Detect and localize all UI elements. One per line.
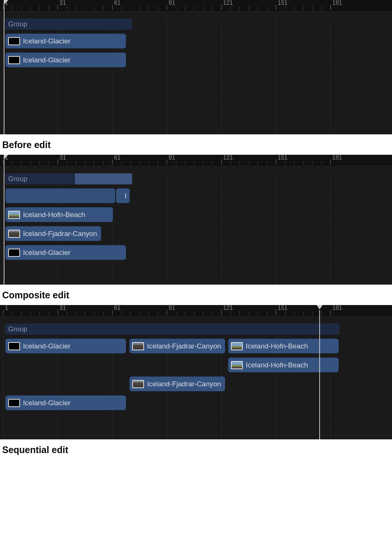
clip-label: Iceland-Hofn-Beach [23,211,85,219]
timeline-clip[interactable]: Iceland-Hofn-Beach [228,338,339,354]
ruler-tick-major [112,160,112,165]
ruler-label: 91 [169,155,175,161]
ruler-tick-minor [185,6,185,10]
ruler-tick-minor [39,161,40,165]
clip-label: Iceland-Glacier [23,37,71,45]
group-label: Group [8,325,27,333]
ruler-tick-minor [103,6,104,10]
ruler-tick-minor [121,6,122,10]
group-bar[interactable]: Group [5,19,132,30]
ruler-tick-major [3,160,3,165]
ruler-tick-minor [49,161,49,165]
ruler-tick-minor [321,311,322,315]
ruler-tick-minor [140,311,140,315]
ruler-tick-minor [203,6,203,10]
caption-before: Before edit [0,134,392,155]
timeline-clip[interactable]: Iceland-Fjadrar-Canyon [5,226,101,241]
clip-label: Iceland-Fjadrar-Canyon [147,380,221,388]
timeline-panel-before: 1316191121151181GroupIceland-GlacierIcel… [0,0,392,134]
timeline-clip[interactable]: Iceland-Hofn-Beach [228,357,339,373]
time-ruler[interactable]: 1316191121151181 [0,0,392,10]
ruler-tick-minor [158,6,158,10]
ruler-tick-minor [130,311,131,315]
ruler-tick-major [112,5,112,10]
timeline-clip-sliver[interactable]: I [116,188,130,203]
ruler-tick-minor [76,311,76,315]
ruler-tick-minor [285,6,285,10]
ruler-label: 121 [223,155,233,161]
ruler-tick-minor [67,311,67,315]
clip-thumbnail [231,342,243,350]
timeline-tracks[interactable]: GroupIceland-GlacierIceland-Glacier [0,19,392,134]
timeline-clip[interactable]: Iceland-Glacier [5,33,126,49]
ruler-tick-major [221,310,222,315]
group-bar[interactable]: Group [5,173,132,184]
ruler-tick-minor [49,311,49,315]
timeline-row: Iceland-Hofn-Beach [0,207,392,222]
ruler-label: 151 [278,305,288,311]
ruler-tick-minor [194,6,195,10]
clip-thumbnail [8,230,20,238]
ruler-tick-minor [267,161,267,165]
ruler-label: 1 [5,305,8,311]
clip-label: Iceland-Glacier [23,56,71,64]
timeline-row: Iceland-Glacier [0,33,392,49]
ruler-tick-minor [21,6,22,10]
ruler-tick-minor [231,311,231,315]
ruler-tick-major [167,5,167,10]
ruler-label: 121 [223,305,233,311]
ruler-label: 31 [59,0,66,6]
ruler-tick-minor [67,161,67,165]
time-ruler[interactable]: 1316191121151181 [0,305,392,315]
timeline-clip[interactable]: Iceland-Fjadrar-Canyon [129,376,225,391]
ruler-tick-minor [12,161,13,165]
group-label: Group [8,20,27,28]
ruler-tick-minor [303,311,304,315]
clip-thumbnail [8,399,20,407]
ruler-tick-minor [249,161,249,165]
ruler-label: 151 [278,155,288,161]
ruler-tick-minor [85,311,85,315]
ruler-tick-minor [21,311,22,315]
timeline-clip[interactable]: Iceland-Glacier [5,395,126,410]
ruler-tick-minor [121,311,122,315]
ruler-tick-minor [76,6,76,10]
ruler-tick-minor [294,161,294,165]
ruler-tick-minor [94,161,94,165]
ruler-tick-major [58,310,58,315]
ruler-tick-minor [130,6,131,10]
caption-composite: Composite edit [0,285,392,305]
timeline-tracks[interactable]: GroupIceland-GlacierIceland-Fjadrar-Cany… [0,324,392,439]
ruler-tick-minor [39,6,40,10]
time-ruler[interactable]: 1316191121151181 [0,155,392,165]
ruler-tick-minor [148,161,149,165]
ruler-tick-minor [267,311,267,315]
timeline-row: Iceland-GlacierIceland-Fjadrar-CanyonIce… [0,338,392,354]
timeline-row: Iceland-Fjadrar-Canyon [0,226,392,241]
ruler-tick-minor [294,311,294,315]
timeline-row: Iceland-Glacier [0,395,392,410]
timeline-clip[interactable]: Iceland-Hofn-Beach [5,207,113,222]
timeline-row: Iceland-Glacier [0,245,392,260]
timeline-clip[interactable]: Iceland-Glacier [5,338,126,354]
ruler-tick-minor [294,6,294,10]
clip-label: Iceland-Glacier [23,399,71,407]
ruler-tick-minor [158,311,158,315]
ruler-tick-minor [30,161,31,165]
ruler-tick-minor [85,6,85,10]
clip-thumbnail [8,211,20,219]
ruler-tick-minor [231,161,231,165]
timeline-clip[interactable] [5,188,115,203]
ruler-label: 181 [332,155,342,161]
ruler-tick-minor [249,6,249,10]
ruler-tick-major [3,5,3,10]
timeline-clip[interactable]: Iceland-Glacier [5,52,126,68]
timeline-tracks[interactable]: GroupIIceland-Hofn-BeachIceland-Fjadrar-… [0,173,392,285]
timeline-row: Iceland-Glacier [0,52,392,68]
clip-thumbnail [8,249,20,257]
ruler-tick-minor [321,161,322,165]
timeline-clip[interactable]: Iceland-Glacier [5,245,126,260]
group-bar[interactable]: Group [5,324,339,335]
timeline-clip[interactable]: Iceland-Fjadrar-Canyon [129,338,225,354]
ruler-tick-major [58,5,58,10]
